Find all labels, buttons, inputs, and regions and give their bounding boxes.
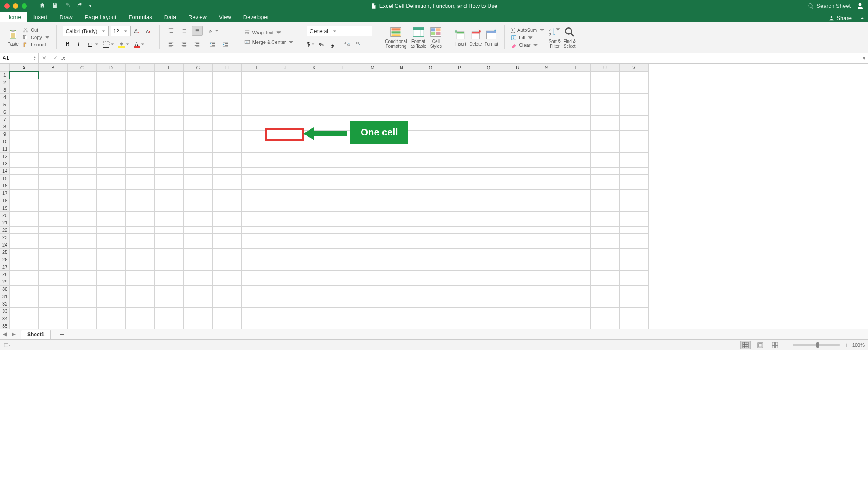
- row-header[interactable]: 17: [0, 190, 10, 197]
- row-header[interactable]: 24: [0, 241, 10, 249]
- column-header[interactable]: C: [68, 64, 97, 72]
- cell[interactable]: [97, 271, 126, 278]
- row-header[interactable]: 2: [0, 79, 10, 86]
- page-break-view-button[interactable]: [770, 341, 780, 349]
- cell[interactable]: [329, 94, 358, 101]
- cell[interactable]: [416, 190, 445, 197]
- tab-draw[interactable]: Draw: [53, 12, 78, 22]
- cell[interactable]: [39, 271, 68, 278]
- cell[interactable]: [561, 271, 591, 278]
- cell[interactable]: [474, 108, 503, 116]
- cell[interactable]: [358, 153, 387, 160]
- cell[interactable]: [97, 72, 126, 79]
- cell[interactable]: [532, 241, 561, 249]
- cell[interactable]: [10, 175, 39, 182]
- cell[interactable]: [358, 300, 387, 308]
- cell[interactable]: [39, 308, 68, 315]
- cell[interactable]: [387, 160, 416, 168]
- cell[interactable]: [561, 190, 591, 197]
- cell[interactable]: [416, 138, 445, 145]
- cell[interactable]: [68, 212, 97, 219]
- cell[interactable]: [300, 308, 329, 315]
- cell[interactable]: [155, 79, 184, 86]
- cell[interactable]: [591, 160, 620, 168]
- cell[interactable]: [474, 293, 503, 300]
- cell[interactable]: [271, 138, 300, 145]
- add-sheet-button[interactable]: ＋: [56, 330, 68, 339]
- delete-cells-button[interactable]: Delete: [469, 29, 482, 46]
- cell[interactable]: [329, 131, 358, 138]
- cell[interactable]: [329, 293, 358, 300]
- cell[interactable]: [532, 138, 561, 145]
- align-center-button[interactable]: [179, 39, 190, 49]
- cell[interactable]: [300, 72, 329, 79]
- cell[interactable]: [329, 300, 358, 308]
- close-window-icon[interactable]: [4, 3, 10, 9]
- cell[interactable]: [155, 212, 184, 219]
- cell[interactable]: [387, 153, 416, 160]
- cell[interactable]: [68, 263, 97, 271]
- cell[interactable]: [561, 175, 591, 182]
- column-header[interactable]: B: [39, 64, 68, 72]
- cell[interactable]: [474, 131, 503, 138]
- cell[interactable]: [416, 182, 445, 190]
- cell[interactable]: [242, 160, 271, 168]
- cell[interactable]: [10, 101, 39, 108]
- cell[interactable]: [39, 145, 68, 153]
- cell[interactable]: [39, 108, 68, 116]
- cell[interactable]: [329, 190, 358, 197]
- cell[interactable]: [358, 168, 387, 175]
- cell[interactable]: [445, 322, 474, 329]
- cell[interactable]: [358, 249, 387, 256]
- cell[interactable]: [126, 204, 155, 212]
- cell[interactable]: [242, 108, 271, 116]
- cell[interactable]: [213, 86, 242, 94]
- cell[interactable]: [300, 286, 329, 293]
- cell[interactable]: [445, 249, 474, 256]
- cell[interactable]: [10, 94, 39, 101]
- cell[interactable]: [242, 308, 271, 315]
- cell[interactable]: [271, 249, 300, 256]
- cell[interactable]: [445, 300, 474, 308]
- cell[interactable]: [97, 101, 126, 108]
- cell[interactable]: [242, 197, 271, 204]
- cell[interactable]: [213, 175, 242, 182]
- cell[interactable]: [213, 160, 242, 168]
- row-header[interactable]: 4: [0, 94, 10, 101]
- cell[interactable]: [213, 249, 242, 256]
- cell[interactable]: [329, 108, 358, 116]
- cell[interactable]: [358, 212, 387, 219]
- column-header[interactable]: M: [358, 64, 387, 72]
- cell[interactable]: [329, 249, 358, 256]
- tab-insert[interactable]: Insert: [27, 12, 54, 22]
- cell[interactable]: [474, 153, 503, 160]
- cell[interactable]: [10, 108, 39, 116]
- autosum-button[interactable]: ∑AutoSum: [511, 26, 545, 33]
- zoom-out-button[interactable]: −: [784, 342, 788, 348]
- cell[interactable]: [591, 138, 620, 145]
- cell[interactable]: [591, 145, 620, 153]
- cell[interactable]: [503, 256, 532, 263]
- cell[interactable]: [358, 108, 387, 116]
- cell[interactable]: [184, 108, 213, 116]
- cell[interactable]: [561, 86, 591, 94]
- cell[interactable]: [503, 182, 532, 190]
- cell[interactable]: [39, 79, 68, 86]
- cell[interactable]: [387, 315, 416, 322]
- cell[interactable]: [97, 175, 126, 182]
- cell[interactable]: [184, 271, 213, 278]
- cell[interactable]: [416, 263, 445, 271]
- cell[interactable]: [591, 256, 620, 263]
- cell[interactable]: [271, 175, 300, 182]
- cell[interactable]: [387, 322, 416, 329]
- column-header[interactable]: Q: [474, 64, 503, 72]
- cell[interactable]: [155, 322, 184, 329]
- cell[interactable]: [97, 79, 126, 86]
- cell[interactable]: [591, 197, 620, 204]
- cell[interactable]: [329, 182, 358, 190]
- cell[interactable]: [68, 131, 97, 138]
- cell[interactable]: [445, 278, 474, 286]
- column-header[interactable]: U: [591, 64, 620, 72]
- sheet-nav-next-icon[interactable]: ▶: [9, 331, 18, 337]
- cell[interactable]: [416, 241, 445, 249]
